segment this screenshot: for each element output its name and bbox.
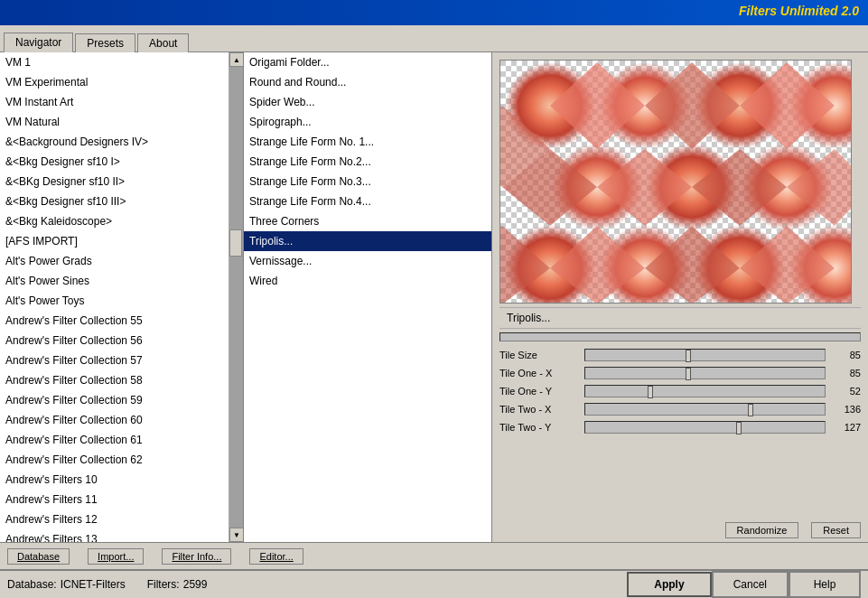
filter-list-container: Origami Folder...Round and Round...Spide…: [244, 52, 492, 542]
nav-list-item[interactable]: Andrew's Filter Collection 62: [0, 450, 229, 470]
slider-thumb[interactable]: [748, 404, 753, 416]
database-label: Database:: [7, 578, 57, 591]
nav-list-item[interactable]: &<Bkg Designer sf10 III>: [0, 192, 229, 211]
param-label: Tile Size: [499, 350, 581, 360]
param-label: Tile Two - X: [499, 404, 581, 415]
filter-list-item[interactable]: Round and Round...: [244, 72, 491, 92]
param-label: Tile One - Y: [499, 386, 581, 397]
tab-about[interactable]: About: [137, 33, 189, 52]
param-value: 85: [829, 368, 861, 378]
filter-list-item[interactable]: Origami Folder...: [244, 52, 491, 72]
filter-list-item[interactable]: Strange Life Form No. 1...: [244, 132, 491, 152]
help-button[interactable]: Help: [789, 571, 861, 598]
editor-button[interactable]: Editor...: [249, 548, 303, 565]
filter-list-item[interactable]: Wired: [244, 271, 491, 291]
status-bar: Database: ICNET-Filters Filters: 2599 Ap…: [0, 569, 868, 598]
param-buttons: Randomize Reset: [492, 519, 868, 542]
reset-button[interactable]: Reset: [811, 522, 861, 538]
nav-list-item[interactable]: Alt's Power Sines: [0, 271, 229, 291]
filter-name-bar: Tripolis...: [499, 307, 861, 329]
nav-list-item[interactable]: Alt's Power Toys: [0, 291, 229, 311]
preview-panel: Tripolis... Tile Size85Tile One - X85Til…: [492, 52, 868, 542]
param-value: 85: [829, 350, 861, 360]
nav-list-item[interactable]: &<Bkg Designer sf10 I>: [0, 152, 229, 172]
import-button[interactable]: Import...: [88, 548, 144, 565]
param-row: Tile Size85: [499, 349, 861, 361]
nav-list-item[interactable]: Andrew's Filter Collection 57: [0, 350, 229, 370]
nav-list-item[interactable]: Andrew's Filter Collection 58: [0, 370, 229, 390]
database-value: ICNET-Filters: [61, 578, 126, 591]
param-row: Tile One - Y52: [499, 385, 861, 397]
apply-button[interactable]: Apply: [627, 572, 711, 597]
nav-list: VM 1VM ExperimentalVM Instant ArtVM Natu…: [0, 52, 229, 542]
nav-list-item[interactable]: &<BKg Designer sf10 II>: [0, 172, 229, 192]
nav-list-item[interactable]: Andrew's Filters 10: [0, 470, 229, 490]
nav-scrollbar[interactable]: ▲ ▼: [229, 52, 243, 542]
nav-list-item[interactable]: [AFS IMPORT]: [0, 231, 229, 251]
preview-area: [492, 52, 868, 307]
nav-list-item[interactable]: Andrew's Filters 11: [0, 490, 229, 509]
param-slider[interactable]: [584, 385, 826, 397]
params-area: Tile Size85Tile One - X85Tile One - Y52T…: [492, 345, 868, 443]
bottom-toolbar: Database Import... Filter Info... Editor…: [0, 542, 868, 569]
nav-list-item[interactable]: VM Experimental: [0, 72, 229, 92]
preview-image: [499, 60, 852, 304]
filter-list-item[interactable]: Strange Life Form No.3...: [244, 172, 491, 192]
filters-value: 2599: [183, 578, 208, 591]
nav-scroll-thumb[interactable]: [229, 229, 242, 257]
nav-list-item[interactable]: Andrew's Filter Collection 59: [0, 390, 229, 410]
nav-list-item[interactable]: VM 1: [0, 52, 229, 72]
param-label: Tile Two - Y: [499, 422, 581, 433]
param-value: 136: [829, 404, 861, 415]
slider-thumb[interactable]: [686, 368, 691, 380]
nav-list-item[interactable]: Andrew's Filter Collection 56: [0, 331, 229, 350]
nav-list-item[interactable]: VM Natural: [0, 112, 229, 132]
filter-list-item[interactable]: Three Corners: [244, 211, 491, 231]
nav-list-item[interactable]: &<Background Designers IV>: [0, 132, 229, 152]
param-slider[interactable]: [584, 403, 826, 416]
param-slider[interactable]: [584, 349, 826, 361]
nav-scroll-track[interactable]: [229, 67, 243, 528]
filters-label: Filters:: [147, 578, 180, 591]
nav-list-item[interactable]: Andrew's Filters 12: [0, 509, 229, 529]
progress-bar: [499, 332, 861, 341]
params-list: Tile Size85Tile One - X85Tile One - Y52T…: [499, 349, 861, 434]
param-value: 127: [829, 422, 861, 433]
tab-navigator[interactable]: Navigator: [4, 33, 73, 52]
nav-list-item[interactable]: Andrew's Filter Collection 60: [0, 410, 229, 430]
param-row: Tile Two - X136: [499, 403, 861, 416]
param-slider[interactable]: [584, 367, 826, 379]
randomize-button[interactable]: Randomize: [725, 522, 799, 538]
slider-thumb[interactable]: [648, 386, 653, 398]
nav-scroll-up[interactable]: ▲: [229, 52, 244, 67]
nav-list-item[interactable]: Alt's Power Grads: [0, 251, 229, 271]
slider-thumb[interactable]: [686, 350, 691, 362]
param-label: Tile One - X: [499, 368, 581, 378]
filter-name-label: Tripolis...: [507, 312, 550, 324]
nav-list-item[interactable]: VM Instant Art: [0, 92, 229, 112]
filter-list-item[interactable]: Vernissage...: [244, 251, 491, 271]
nav-list-container: VM 1VM ExperimentalVM Instant ArtVM Natu…: [0, 52, 229, 542]
filter-list-item[interactable]: Strange Life Form No.4...: [244, 192, 491, 211]
param-row: Tile Two - Y127: [499, 421, 861, 434]
filter-list: Origami Folder...Round and Round...Spide…: [244, 52, 491, 291]
param-value: 52: [829, 386, 861, 397]
filter-list-item[interactable]: Spirograph...: [244, 112, 491, 132]
nav-list-item[interactable]: Andrew's Filter Collection 55: [0, 311, 229, 331]
nav-list-item[interactable]: &<Bkg Kaleidoscope>: [0, 211, 229, 231]
nav-scroll-down[interactable]: ▼: [229, 528, 244, 542]
tab-presets[interactable]: Presets: [75, 33, 135, 52]
tripolis-svg: [500, 61, 852, 304]
filter-list-item[interactable]: Strange Life Form No.2...: [244, 152, 491, 172]
param-row: Tile One - X85: [499, 367, 861, 379]
cancel-button[interactable]: Cancel: [712, 571, 789, 598]
filter-list-item[interactable]: Spider Web...: [244, 92, 491, 112]
param-slider[interactable]: [584, 421, 826, 434]
database-button[interactable]: Database: [7, 548, 70, 565]
app-title: Filters Unlimited 2.0: [739, 4, 859, 18]
nav-list-item[interactable]: Andrew's Filter Collection 61: [0, 430, 229, 450]
filter-info-button[interactable]: Filter Info...: [162, 548, 231, 565]
slider-thumb[interactable]: [736, 422, 742, 434]
nav-list-item[interactable]: Andrew's Filters 13: [0, 529, 229, 542]
filter-list-item[interactable]: Tripolis...: [244, 231, 491, 251]
